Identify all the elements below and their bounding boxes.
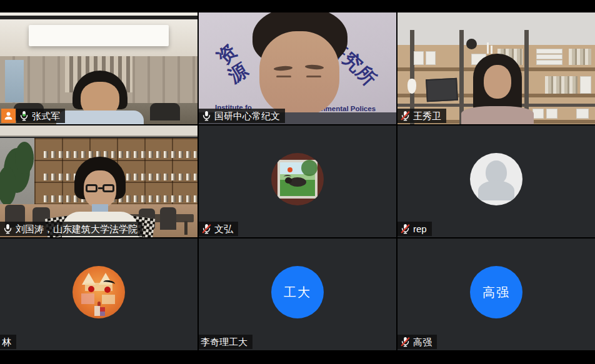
participant-badge — [1, 109, 16, 123]
monitor — [426, 78, 458, 102]
default-avatar — [470, 153, 522, 205]
label-row: 刘国涛，山东建筑大学法学院 — [0, 222, 142, 236]
mic-muted-icon — [400, 224, 411, 234]
participant-name: 刘国涛，山东建筑大学法学院 — [16, 224, 138, 234]
name-label: 王秀卫 — [398, 109, 446, 123]
drawer-box — [536, 49, 562, 54]
participant-name: 王秀卫 — [413, 111, 441, 121]
storage-box — [580, 76, 591, 94]
glasses-right-lens — [102, 184, 114, 192]
participant-tile-wangxiuwei[interactable]: 王秀卫 — [398, 12, 595, 124]
participant-name: 林 — [2, 337, 11, 347]
klee-painting-avatar — [72, 266, 125, 318]
painting-shape — [94, 306, 100, 316]
clock — [466, 39, 477, 49]
painting-shape — [100, 307, 105, 312]
buffalo-head — [285, 177, 292, 184]
eye — [276, 76, 291, 77]
chair — [150, 103, 180, 121]
label-row: 林 — [0, 335, 16, 349]
candle — [487, 42, 489, 54]
participant-name: 文弘 — [214, 224, 233, 234]
person-shirt — [56, 111, 144, 124]
participant-tile-liqiligongda[interactable]: 工大 李奇理工大 — [199, 239, 396, 350]
institute-office-video: 资 源 研 究 所 Institute fo ronmental Polices — [199, 12, 396, 124]
initials-avatar: 高强 — [470, 266, 522, 318]
participant-tile-changjiwen[interactable]: 资 源 研 究 所 Institute fo ronmental Polices — [199, 12, 396, 124]
label-row: rep — [398, 222, 432, 236]
landscape-painting — [280, 162, 315, 196]
candle — [491, 46, 492, 54]
name-label: 文弘 — [199, 222, 238, 236]
avatar-initials-text: 工大 — [284, 284, 311, 301]
name-label: 李奇理工大 — [199, 335, 252, 349]
participant-name: 高强 — [413, 337, 432, 347]
mic-muted-icon — [400, 111, 411, 121]
ceiling-screen-strip — [0, 16, 198, 19]
name-label: 国研中心常纪文 — [199, 109, 285, 123]
painting-eye — [104, 287, 111, 293]
wall — [398, 12, 595, 45]
books — [545, 76, 578, 94]
buffalo-painting-avatar — [271, 153, 324, 205]
label-row: 张式军 — [1, 109, 65, 123]
mic-active-icon — [19, 111, 29, 121]
person-sweater — [461, 106, 534, 124]
painting-shape — [102, 295, 115, 304]
table-leg — [184, 221, 188, 235]
glasses-left-lens — [86, 184, 98, 192]
name-label: 高强 — [398, 335, 437, 349]
drawer-box — [536, 54, 562, 59]
drawer-box — [536, 60, 562, 65]
ceiling — [0, 125, 198, 137]
participant-tile-rep[interactable]: rep — [398, 125, 595, 237]
conference-room-video — [0, 12, 198, 124]
sun — [288, 167, 292, 172]
person-icon — [4, 111, 13, 121]
label-row: 国研中心常纪文 — [199, 109, 285, 123]
mic-on-icon — [201, 111, 212, 121]
label-row: 王秀卫 — [398, 109, 446, 123]
willow-tree — [301, 160, 318, 176]
storage-box — [426, 51, 436, 65]
home-bookshelf-video — [398, 12, 595, 124]
picture-frame — [278, 160, 318, 199]
storage-box — [576, 109, 589, 119]
mic-muted-icon — [201, 224, 212, 234]
name-label: 张式军 — [16, 109, 65, 123]
participant-name: 国研中心常纪文 — [214, 111, 280, 121]
window — [5, 60, 24, 102]
participant-tile-liuguotao[interactable]: 刘国涛，山东建筑大学法学院 — [0, 125, 198, 237]
silhouette-body — [478, 180, 514, 200]
name-label: 刘国涛，山东建筑大学法学院 — [0, 222, 142, 236]
storage-box — [532, 109, 544, 119]
participant-tile-zhangshijun[interactable]: 张式军 — [0, 12, 198, 124]
vase — [408, 79, 416, 94]
meeting-grid: 张式军 资 源 研 究 所 Institute fo ronmental Pol… — [0, 0, 595, 364]
glasses-bridge — [98, 187, 102, 189]
person-face — [484, 65, 511, 99]
initials-avatar: 工大 — [271, 266, 324, 318]
chair — [160, 207, 176, 230]
participant-name: 张式军 — [32, 111, 60, 121]
participant-tile-lin[interactable]: 林 — [0, 239, 198, 350]
avatar-initials-text: 高强 — [482, 284, 510, 301]
participant-tile-gaoqiang[interactable]: 高强 高强 — [398, 239, 595, 350]
name-label: rep — [398, 222, 432, 236]
label-row: 李奇理工大 — [199, 335, 252, 349]
mic-on-icon — [2, 224, 13, 234]
mic-muted-icon — [400, 337, 411, 347]
person-face — [259, 31, 339, 115]
library-video — [0, 125, 198, 237]
painting-eye — [88, 286, 94, 292]
painting-shape — [100, 312, 105, 316]
label-row: 文弘 — [199, 222, 238, 236]
eye — [306, 76, 321, 77]
participant-tile-wenhong[interactable]: 文弘 — [199, 125, 396, 237]
storage-box — [546, 109, 558, 119]
ceiling-light-panel — [29, 25, 169, 46]
participant-name: rep — [413, 224, 427, 234]
painting-shape — [81, 293, 94, 304]
storage-box — [414, 51, 424, 65]
name-label: 林 — [0, 335, 16, 349]
